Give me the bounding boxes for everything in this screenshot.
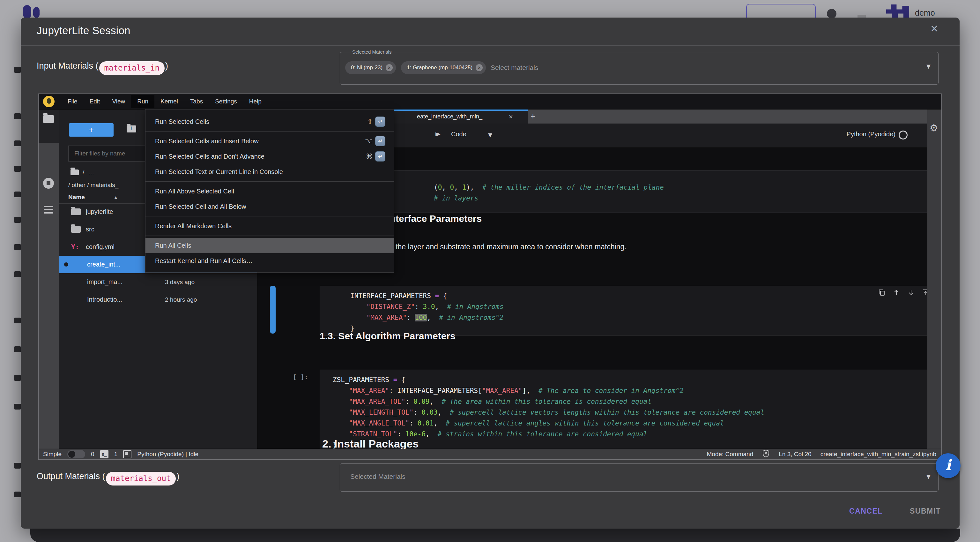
- breadcrumb-path[interactable]: / other / materials_: [68, 182, 118, 189]
- menu-item-restart-kernel-and-run-all-cells[interactable]: Restart Kernel and Run All Cells…: [145, 253, 394, 268]
- chevron-down-icon[interactable]: ▾: [926, 472, 931, 481]
- code-line: "MAX_ANGLE_TOL": 0.01, # supercell latti…: [333, 418, 928, 429]
- heading-install-clip: 2. Install Packages: [322, 438, 578, 449]
- code-line: # in layers: [434, 193, 928, 204]
- kernels-count[interactable]: 1: [114, 451, 118, 458]
- breadcrumb[interactable]: / …: [70, 169, 94, 176]
- duplicate-cell-icon[interactable]: [878, 289, 886, 296]
- new-launcher-button[interactable]: +: [69, 123, 114, 137]
- insert-cell-above-icon[interactable]: [922, 289, 928, 296]
- file-row-introductio[interactable]: Introductio...2 hours ago: [59, 291, 257, 308]
- input-materials-label: Input Materials (materials_in): [37, 61, 168, 75]
- jupyter-menubar: FileEditViewRunKernelTabsSettingsHelp: [38, 94, 942, 110]
- selected-materials-legend: Selected Materials: [350, 49, 394, 54]
- modal-title: JupyterLite Session: [37, 25, 130, 37]
- move-cell-up-icon[interactable]: [892, 289, 900, 296]
- code-cell-substrate[interactable]: (0, 0, 1), # the miller indices of the i…: [320, 170, 928, 213]
- code-line: ZSL_PARAMETERS = {: [333, 375, 928, 385]
- background-footer: [30, 529, 960, 542]
- chevron-down-icon[interactable]: ▾: [488, 130, 492, 140]
- background-sidebar-icon: [14, 140, 21, 146]
- gear-icon[interactable]: ⚙: [930, 122, 938, 134]
- app-logo-icon: [23, 5, 31, 19]
- jupyterlite-logo-icon: [43, 96, 54, 107]
- code-line: "MAX_LENGTH_TOL": 0.03, # supercell latt…: [333, 407, 928, 418]
- menubar-item-run[interactable]: Run: [131, 95, 154, 108]
- materials-out-pill: materials_out: [106, 472, 176, 486]
- menu-item-run-all-cells[interactable]: Run All Cells: [145, 238, 394, 253]
- menu-item-run-selected-cells-and-insert-below[interactable]: Run Selected Cells and Insert Below⌥↵: [145, 134, 394, 149]
- background-sidebar-icon: [14, 463, 21, 469]
- output-materials-select[interactable]: Selected Materials ▾: [340, 464, 939, 491]
- menubar-item-kernel[interactable]: Kernel: [154, 95, 184, 108]
- new-tab-icon[interactable]: +: [530, 112, 535, 121]
- menu-separator: [145, 216, 394, 217]
- close-icon[interactable]: ×: [931, 22, 938, 35]
- status-bar: Simple 0 $_ 1 Python (Pyodide) | Idle Mo…: [38, 449, 942, 459]
- chevron-down-icon[interactable]: ▾: [926, 61, 931, 71]
- enter-key-icon: ↵: [375, 151, 385, 161]
- yaml-file-icon: Y:: [71, 243, 81, 251]
- menubar-item-view[interactable]: View: [106, 95, 131, 108]
- code-cell-interface-parameters[interactable]: INTERFACE_PARAMETERS = { "DISTANCE_Z": 3…: [320, 286, 928, 335]
- menu-separator: [145, 236, 394, 236]
- menu-separator: [145, 131, 394, 132]
- menu-item-run-selected-text-or-current-line-in-console[interactable]: Run Selected Text or Current Line in Con…: [145, 164, 394, 179]
- menubar-item-tabs[interactable]: Tabs: [184, 95, 209, 108]
- menubar-item-settings[interactable]: Settings: [209, 95, 243, 108]
- chip-remove-icon[interactable]: ×: [386, 64, 393, 71]
- menu-item-run-all-above-selected-cell[interactable]: Run All Above Selected Cell: [145, 183, 394, 199]
- active-cell-indicator: [270, 286, 275, 333]
- menubar-item-file[interactable]: File: [62, 95, 84, 108]
- info-button[interactable]: i: [935, 453, 961, 478]
- file-row-import-ma[interactable]: import_ma...3 days ago: [59, 273, 257, 291]
- submit-button[interactable]: SUBMIT: [910, 507, 941, 515]
- modifier-key-icon: ⇧: [367, 118, 372, 126]
- new-folder-icon[interactable]: [127, 126, 136, 132]
- menubar-item-help[interactable]: Help: [243, 95, 268, 108]
- menubar-item-edit[interactable]: Edit: [84, 95, 106, 108]
- activity-sidebar: [38, 110, 59, 449]
- kernel-switcher[interactable]: Python (Pyodide): [846, 131, 896, 138]
- shield-x-icon[interactable]: [762, 450, 770, 459]
- menu-item-run-selected-cells[interactable]: Run Selected Cells⇧↵: [145, 114, 394, 129]
- running-kernels-icon[interactable]: [43, 178, 54, 189]
- screen: demo JupyterLite Session × Input Materia…: [0, 0, 980, 542]
- cell-prompt: [ ]:: [293, 373, 308, 381]
- modifier-key-icon: ⌘: [366, 153, 372, 160]
- tab-close-icon[interactable]: ×: [509, 113, 513, 121]
- terminals-count[interactable]: 0: [91, 451, 94, 458]
- move-cell-down-icon[interactable]: [907, 289, 915, 296]
- menu-item-run-selected-cells-and-don-t-advance[interactable]: Run Selected Cells and Don't Advance⌘↵: [145, 149, 394, 164]
- material-chip-1-graphene-mp-1040425[interactable]: 1: Graphene (mp-1040425)×: [401, 61, 486, 74]
- folder-icon: [71, 209, 81, 215]
- menu-item-run-selected-cell-and-all-below[interactable]: Run Selected Cell and All Below: [145, 199, 394, 214]
- input-materials-select[interactable]: Selected Materials 0: Ni (mp-23)×1: Grap…: [340, 52, 939, 84]
- background-sidebar-icon: [14, 244, 21, 250]
- cancel-button[interactable]: CANCEL: [849, 507, 883, 515]
- cursor-position[interactable]: Ln 3, Col 20: [779, 451, 811, 458]
- chip-remove-icon[interactable]: ×: [476, 64, 483, 71]
- user-label: demo: [915, 8, 935, 18]
- output-materials-label: Output Materials (materials_out): [37, 472, 179, 486]
- code-cell-zsl-parameters[interactable]: ZSL_PARAMETERS = { "MAX_AREA": INTERFACE…: [320, 370, 928, 449]
- material-chip-0-ni-mp-23[interactable]: 0: Ni (mp-23)×: [345, 61, 396, 74]
- terminal-icon[interactable]: $_: [100, 450, 108, 458]
- file-browser-icon[interactable]: [43, 115, 54, 123]
- background-sidebar-icon: [14, 375, 21, 381]
- background-sidebar-icon: [14, 113, 21, 119]
- kernel-status-text[interactable]: Python (Pyodide) | Idle: [137, 451, 199, 458]
- table-of-contents-icon[interactable]: [44, 204, 53, 215]
- enter-key-icon: ↵: [375, 136, 385, 146]
- run-icon[interactable]: ▸▸: [436, 129, 438, 138]
- mode-indicator[interactable]: Mode: Command: [706, 451, 753, 458]
- menu-item-render-all-markdown-cells[interactable]: Render All Markdown Cells: [145, 218, 394, 234]
- materials-in-pill: materials_in: [99, 61, 165, 75]
- background-avatar: [827, 9, 837, 19]
- code-line: "MAX_AREA_TOL": 0.09, # The area within …: [333, 396, 928, 407]
- cell-type-dropdown[interactable]: Code: [451, 131, 466, 138]
- simple-mode-toggle[interactable]: [67, 450, 85, 458]
- code-line: INTERFACE_PARAMETERS = {: [350, 290, 928, 301]
- cpu-icon[interactable]: [123, 450, 131, 458]
- kernel-status-icon[interactable]: [899, 131, 908, 139]
